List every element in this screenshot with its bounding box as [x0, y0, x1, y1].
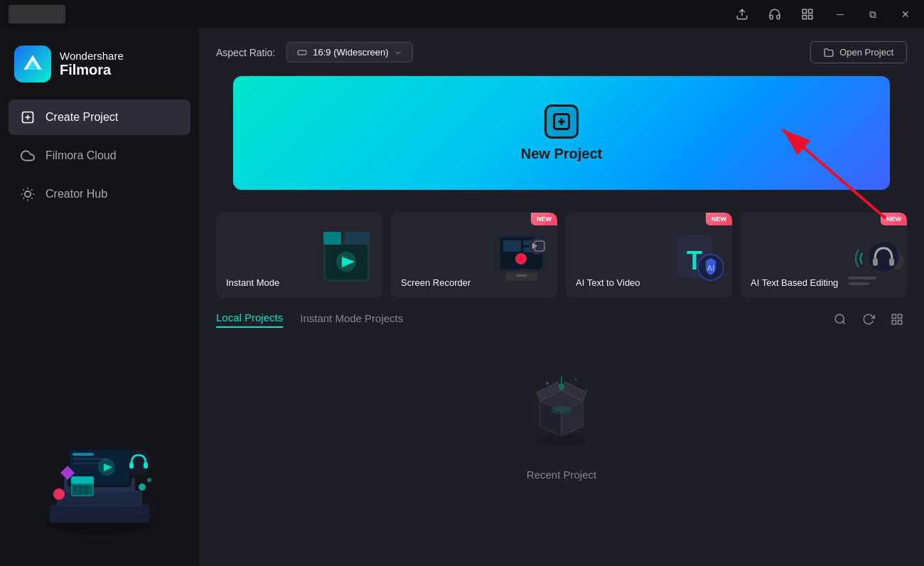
empty-projects: Recent Project: [216, 341, 907, 481]
open-project-label: Open Project: [839, 47, 893, 58]
new-project-banner[interactable]: New Project: [233, 76, 890, 190]
sidebar-item-filmora-cloud[interactable]: Filmora Cloud: [9, 138, 190, 173]
svg-line-17: [23, 198, 24, 198]
logo-icon: [14, 46, 51, 82]
badge-new: NEW: [706, 213, 732, 225]
sidebar: Wondershare Filmora Create Project: [0, 28, 199, 566]
grid-icon[interactable]: [797, 4, 817, 24]
svg-rect-21: [57, 491, 142, 506]
account-area[interactable]: [9, 5, 65, 23]
upload-icon[interactable]: [732, 4, 752, 24]
svg-rect-80: [898, 321, 902, 324]
svg-point-42: [147, 478, 151, 482]
tab-local-projects[interactable]: Local Projects: [216, 311, 283, 328]
feature-card-ai-text-to-video[interactable]: NEW AI Text to Video T AI: [566, 213, 732, 298]
card-label: Instant Mode: [226, 277, 279, 288]
tab-instant-mode-projects[interactable]: Instant Mode Projects: [300, 312, 403, 327]
refresh-icon[interactable]: [859, 309, 879, 329]
svg-rect-53: [323, 232, 341, 245]
main-layout: Wondershare Filmora Create Project: [0, 28, 924, 566]
svg-rect-38: [144, 462, 148, 469]
card-image-ai-text-based-editing: [844, 228, 901, 292]
svg-rect-43: [298, 50, 306, 55]
svg-point-92: [586, 390, 588, 392]
svg-rect-31: [71, 476, 94, 484]
svg-rect-57: [503, 240, 521, 252]
svg-rect-74: [848, 282, 869, 285]
search-icon[interactable]: [830, 309, 850, 329]
svg-point-61: [517, 255, 525, 262]
svg-rect-54: [345, 232, 370, 245]
svg-line-13: [23, 190, 24, 191]
badge-new: NEW: [881, 213, 907, 225]
app-logo: Wondershare Filmora: [0, 40, 199, 100]
logo-line2: Filmora: [60, 62, 124, 78]
card-label: AI Text to Video: [576, 277, 640, 288]
sidebar-item-label: Create Project: [45, 111, 118, 124]
maximize-button[interactable]: ⧉: [863, 4, 883, 24]
svg-rect-33: [72, 485, 77, 495]
open-project-button[interactable]: Open Project: [810, 41, 907, 63]
new-project-icon: [544, 105, 579, 139]
svg-point-41: [139, 484, 146, 491]
svg-point-91: [575, 379, 577, 381]
svg-rect-27: [72, 462, 101, 464]
svg-rect-1: [802, 9, 806, 13]
svg-rect-71: [873, 258, 878, 266]
projects-section: Local Projects Instant Mode Projects: [199, 309, 924, 566]
card-label: Screen Recorder: [401, 277, 471, 288]
minimize-button[interactable]: ─: [830, 4, 850, 24]
svg-rect-3: [802, 16, 806, 19]
sidebar-item-creator-hub[interactable]: Creator Hub: [9, 176, 190, 212]
svg-rect-79: [892, 321, 896, 324]
aspect-ratio-label: Aspect Ratio:: [216, 47, 275, 58]
svg-rect-37: [129, 462, 134, 469]
card-label: AI Text Based Editing: [751, 277, 838, 288]
svg-point-70: [868, 241, 899, 272]
content-area: Aspect Ratio: 16:9 (Widescreen) Open Pro…: [199, 28, 924, 566]
svg-rect-4: [809, 16, 812, 19]
svg-rect-63: [516, 274, 527, 277]
svg-line-18: [31, 190, 32, 191]
svg-point-88: [559, 384, 564, 390]
aspect-ratio-value: 16:9 (Widescreen): [313, 47, 388, 58]
feature-card-instant-mode[interactable]: Instant Mode: [216, 213, 382, 298]
feature-cards-wrapper: Instant Mode NEW: [199, 213, 924, 309]
sidebar-nav: Create Project Filmora Cloud: [0, 100, 199, 212]
aspect-ratio-dropdown[interactable]: 16:9 (Widescreen): [286, 42, 413, 63]
svg-rect-72: [889, 258, 894, 266]
svg-line-14: [31, 198, 32, 198]
feature-card-screen-recorder[interactable]: NEW Screen Recorder: [391, 213, 557, 298]
feature-card-ai-text-based-editing[interactable]: NEW AI Text Based Editing: [741, 213, 907, 298]
svg-line-76: [842, 321, 844, 324]
logo-line1: Wondershare: [60, 50, 124, 62]
view-toggle-icon[interactable]: [887, 309, 907, 329]
svg-text:AI: AI: [707, 264, 714, 272]
headphones-icon[interactable]: [765, 4, 785, 24]
card-image-instant-mode: [320, 228, 377, 292]
svg-rect-78: [898, 314, 902, 318]
new-project-label: New Project: [521, 146, 602, 162]
empty-projects-label: Recent Project: [527, 469, 596, 481]
card-image-ai-text-to-video: T AI: [670, 228, 726, 292]
sidebar-item-label: Creator Hub: [45, 188, 107, 201]
card-image-screen-recorder: [495, 228, 552, 292]
svg-rect-35: [84, 485, 88, 495]
svg-rect-2: [809, 9, 812, 13]
svg-rect-25: [72, 453, 94, 456]
plus-square-icon: [20, 110, 36, 125]
projects-tabs: Local Projects Instant Mode Projects: [216, 309, 907, 329]
sidebar-item-create-project[interactable]: Create Project: [9, 100, 190, 135]
svg-rect-73: [848, 277, 876, 279]
svg-point-36: [126, 449, 151, 475]
logo-text: Wondershare Filmora: [60, 50, 124, 78]
new-project-section: New Project: [216, 76, 907, 201]
sidebar-illustration: [0, 398, 199, 555]
empty-box-illustration: [519, 369, 604, 454]
projects-actions: [830, 309, 907, 329]
lightbulb-icon: [20, 186, 36, 202]
titlebar: ─ ⧉ ✕: [0, 0, 924, 28]
svg-point-90: [546, 382, 549, 385]
close-button[interactable]: ✕: [896, 4, 915, 24]
svg-rect-34: [78, 485, 82, 495]
